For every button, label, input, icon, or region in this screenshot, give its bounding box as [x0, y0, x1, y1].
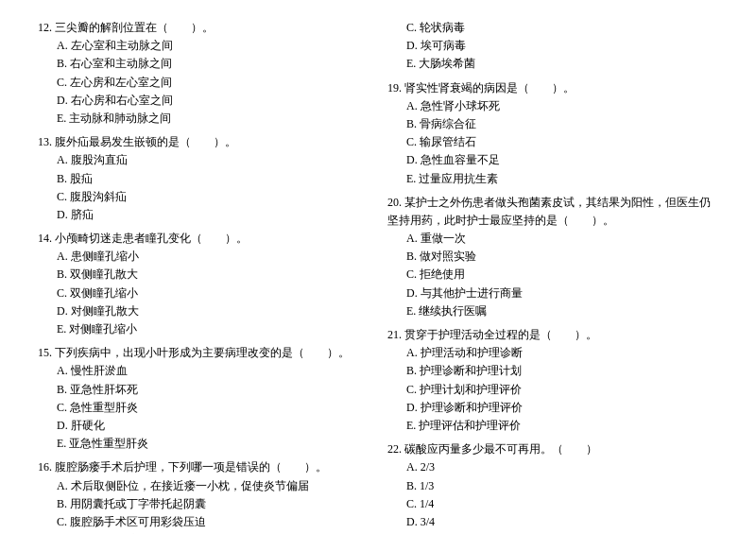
question-title: 21. 贯穿于护理活动全过程的是（ ）。 [387, 326, 718, 344]
question-block: 20. 某护士之外伤患者做头孢菌素皮试，其结果为阳性，但医生仍坚持用药，此时护士… [387, 194, 718, 320]
question-block: 19. 肾实性肾衰竭的病因是（ ）。A. 急性肾小球坏死B. 骨病综合征C. 输… [387, 79, 718, 188]
option-item: C. 急性重型肝炎 [57, 399, 369, 417]
option-item: A. 患侧瞳孔缩小 [57, 248, 369, 266]
options-list: A. 2/3B. 1/3C. 1/4D. 3/4E. 1/2 [387, 458, 718, 534]
option-item: C. 1/4 [406, 495, 718, 513]
options-list: A. 急性肾小球坏死B. 骨病综合征C. 输尿管结石D. 急性血容量不足E. 过… [387, 97, 718, 188]
question-title: 12. 三尖瓣的解剖位置在（ ）。 [38, 19, 369, 37]
option-item: C. 轮状病毒 [406, 19, 718, 37]
option-item: D. 肝硬化 [57, 417, 369, 435]
option-item: B. 用阴囊托或丁字带托起阴囊 [57, 495, 369, 513]
options-list: A. 护理活动和护理诊断B. 护理诊断和护理计划C. 护理计划和护理评价D. 护… [387, 344, 718, 435]
option-item: C. 输尿管结石 [406, 133, 718, 151]
option-item: D. 与其他护士进行商量 [406, 284, 718, 302]
question-block: 15. 下列疾病中，出现小叶形成为主要病理改变的是（ ）。A. 慢性肝淤血B. … [38, 344, 369, 453]
right-column: C. 轮状病毒D. 埃可病毒E. 大肠埃希菌19. 肾实性肾衰竭的病因是（ ）。… [378, 19, 718, 534]
options-list: A. 患侧瞳孔缩小B. 双侧瞳孔散大C. 双侧瞳孔缩小D. 对侧瞳孔散大E. 对… [38, 248, 369, 338]
option-item: B. 做对照实验 [406, 248, 718, 266]
option-item: D. 护理诊断和护理评价 [406, 399, 718, 417]
option-item: B. 股疝 [57, 170, 369, 188]
option-item: A. 护理活动和护理诊断 [406, 344, 718, 362]
option-item: B. 护理诊断和护理计划 [406, 362, 718, 380]
option-item: A. 术后取侧卧位，在接近瘘一小枕，促使炎节偏届 [57, 477, 369, 495]
option-item: B. 亚急性肝坏死 [57, 381, 369, 399]
option-item: D. 埃可病毒 [406, 37, 718, 55]
option-item: D. 右心房和右心室之间 [57, 92, 369, 110]
option-item: D. 急性血容量不足 [406, 151, 718, 169]
question-block: 22. 碳酸应丙量多少最不可再用。（ ）A. 2/3B. 1/3C. 1/4D.… [387, 440, 718, 534]
option-item: C. 腹腔肠手术区可用彩袋压迫 [57, 513, 369, 531]
option-item: E. 亚急性重型肝炎 [57, 435, 369, 453]
options-list: C. 轮状病毒D. 埃可病毒E. 大肠埃希菌 [387, 19, 718, 74]
left-column: 12. 三尖瓣的解剖位置在（ ）。A. 左心室和主动脉之间B. 右心室和主动脉之… [38, 19, 378, 534]
option-item: E. 主动脉和肺动脉之间 [57, 110, 369, 128]
question-block: 12. 三尖瓣的解剖位置在（ ）。A. 左心室和主动脉之间B. 右心室和主动脉之… [38, 19, 369, 128]
question-block: C. 轮状病毒D. 埃可病毒E. 大肠埃希菌 [387, 19, 718, 74]
options-list: A. 术后取侧卧位，在接近瘘一小枕，促使炎节偏届B. 用阴囊托或丁字带托起阴囊C… [38, 477, 369, 535]
option-item: B. 双侧瞳孔散大 [57, 266, 369, 284]
option-item: C. 腹股沟斜疝 [57, 188, 369, 206]
option-item: A. 慢性肝淤血 [57, 362, 369, 380]
option-item: B. 右心室和主动脉之间 [57, 55, 369, 73]
option-item: A. 急性肾小球坏死 [406, 97, 718, 115]
option-item: D. 脐疝 [57, 206, 369, 224]
option-item: A. 腹股沟直疝 [57, 151, 369, 169]
option-item: C. 拒绝使用 [406, 266, 718, 284]
question-block: 13. 腹外疝最易发生嵌顿的是（ ）。A. 腹股沟直疝B. 股疝C. 腹股沟斜疝… [38, 133, 369, 224]
options-list: A. 重做一次B. 做对照实验C. 拒绝使用D. 与其他护士进行商量E. 继续执… [387, 230, 718, 320]
option-item: E. 对侧瞳孔缩小 [57, 320, 369, 338]
option-item: E. 过量应用抗生素 [406, 170, 718, 188]
page: 12. 三尖瓣的解剖位置在（ ）。A. 左心室和主动脉之间B. 右心室和主动脉之… [38, 19, 718, 534]
question-title: 14. 小颅畸切迷走患者瞳孔变化（ ）。 [38, 230, 369, 248]
content-columns: 12. 三尖瓣的解剖位置在（ ）。A. 左心室和主动脉之间B. 右心室和主动脉之… [38, 19, 718, 534]
option-item: A. 左心室和主动脉之间 [57, 37, 369, 55]
question-title: 22. 碳酸应丙量多少最不可再用。（ ） [387, 440, 718, 458]
options-list: A. 腹股沟直疝B. 股疝C. 腹股沟斜疝D. 脐疝 [38, 151, 369, 224]
option-item: A. 2/3 [406, 458, 718, 476]
option-item: B. 骨病综合征 [406, 115, 718, 133]
question-title: 16. 腹腔肠瘘手术后护理，下列哪一项是错误的（ ）。 [38, 458, 369, 476]
option-item: B. 1/3 [406, 477, 718, 495]
question-title: 15. 下列疾病中，出现小叶形成为主要病理改变的是（ ）。 [38, 344, 369, 362]
option-item: C. 护理计划和护理评价 [406, 381, 718, 399]
question-title: 20. 某护士之外伤患者做头孢菌素皮试，其结果为阳性，但医生仍坚持用药，此时护士… [387, 194, 718, 230]
options-list: A. 左心室和主动脉之间B. 右心室和主动脉之间C. 左心房和左心室之间D. 右… [38, 37, 369, 128]
option-item: E. 继续执行医嘱 [406, 302, 718, 320]
question-block: 21. 贯穿于护理活动全过程的是（ ）。A. 护理活动和护理诊断B. 护理诊断和… [387, 326, 718, 435]
question-title: 13. 腹外疝最易发生嵌顿的是（ ）。 [38, 133, 369, 151]
options-list: A. 慢性肝淤血B. 亚急性肝坏死C. 急性重型肝炎D. 肝硬化E. 亚急性重型… [38, 362, 369, 453]
option-item: E. 护理评估和护理评价 [406, 417, 718, 435]
option-item: D. 3/4 [406, 513, 718, 531]
question-block: 16. 腹腔肠瘘手术后护理，下列哪一项是错误的（ ）。A. 术后取侧卧位，在接近… [38, 458, 369, 534]
option-item: D. 对侧瞳孔散大 [57, 302, 369, 320]
option-item: E. 大肠埃希菌 [406, 55, 718, 73]
option-item: C. 左心房和左心室之间 [57, 74, 369, 92]
option-item: A. 重做一次 [406, 230, 718, 248]
question-title: 19. 肾实性肾衰竭的病因是（ ）。 [387, 79, 718, 97]
question-block: 14. 小颅畸切迷走患者瞳孔变化（ ）。A. 患侧瞳孔缩小B. 双侧瞳孔散大C.… [38, 230, 369, 338]
option-item: C. 双侧瞳孔缩小 [57, 284, 369, 302]
